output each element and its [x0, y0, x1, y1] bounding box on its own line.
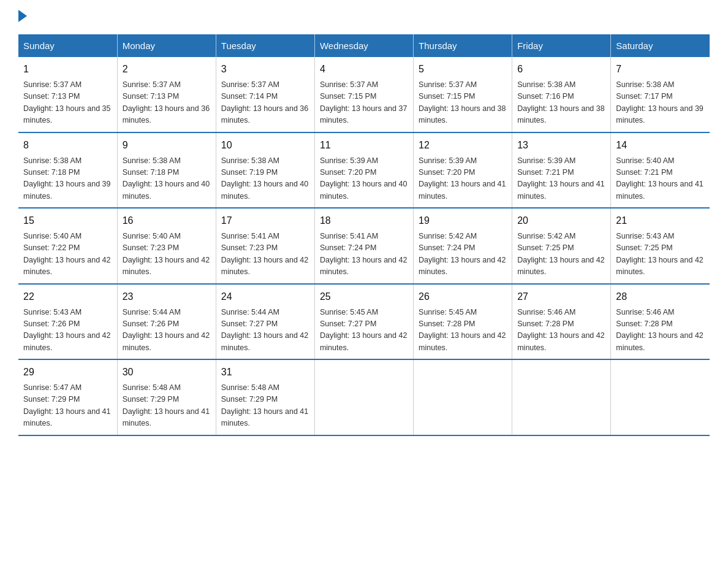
day-number: 6: [517, 62, 605, 77]
header-cell-tuesday: Tuesday: [216, 34, 314, 57]
calendar-cell: 11Sunrise: 5:39 AMSunset: 7:20 PMDayligh…: [314, 132, 413, 209]
calendar-cell: 16Sunrise: 5:40 AMSunset: 7:23 PMDayligh…: [117, 208, 216, 284]
day-info: Sunrise: 5:47 AMSunset: 7:29 PMDaylight:…: [23, 382, 112, 430]
day-number: 1: [23, 62, 112, 77]
calendar-week-row: 29Sunrise: 5:47 AMSunset: 7:29 PMDayligh…: [18, 359, 710, 435]
header-row: SundayMondayTuesdayWednesdayThursdayFrid…: [18, 34, 710, 57]
day-number: 7: [616, 62, 705, 77]
logo: [18, 12, 27, 22]
day-info: Sunrise: 5:40 AMSunset: 7:22 PMDaylight:…: [23, 231, 112, 278]
day-info: Sunrise: 5:38 AMSunset: 7:16 PMDaylight:…: [517, 79, 605, 127]
day-info: Sunrise: 5:37 AMSunset: 7:13 PMDaylight:…: [123, 79, 211, 127]
page-header: [18, 12, 710, 22]
day-number: 25: [320, 289, 408, 304]
day-info: Sunrise: 5:40 AMSunset: 7:21 PMDaylight:…: [616, 155, 705, 203]
day-info: Sunrise: 5:42 AMSunset: 7:25 PMDaylight:…: [517, 231, 605, 278]
day-number: 13: [517, 138, 605, 153]
calendar-body: 1Sunrise: 5:37 AMSunset: 7:13 PMDaylight…: [18, 57, 710, 435]
calendar-cell: 29Sunrise: 5:47 AMSunset: 7:29 PMDayligh…: [18, 359, 117, 435]
calendar-table: SundayMondayTuesdayWednesdayThursdayFrid…: [18, 34, 710, 436]
day-info: Sunrise: 5:38 AMSunset: 7:18 PMDaylight:…: [123, 155, 211, 203]
day-number: 4: [320, 62, 408, 77]
logo-arrow-icon: [18, 10, 27, 22]
header-cell-saturday: Saturday: [611, 34, 710, 57]
day-info: Sunrise: 5:45 AMSunset: 7:28 PMDaylight:…: [419, 307, 507, 354]
calendar-cell: 25Sunrise: 5:45 AMSunset: 7:27 PMDayligh…: [314, 284, 413, 360]
day-info: Sunrise: 5:39 AMSunset: 7:21 PMDaylight:…: [517, 155, 605, 203]
day-number: 17: [221, 213, 309, 228]
calendar-cell: 2Sunrise: 5:37 AMSunset: 7:13 PMDaylight…: [117, 57, 216, 132]
day-info: Sunrise: 5:41 AMSunset: 7:23 PMDaylight:…: [221, 231, 309, 278]
day-number: 10: [221, 138, 309, 153]
calendar-week-row: 15Sunrise: 5:40 AMSunset: 7:22 PMDayligh…: [18, 208, 710, 284]
header-cell-sunday: Sunday: [18, 34, 117, 57]
day-info: Sunrise: 5:37 AMSunset: 7:15 PMDaylight:…: [419, 79, 507, 127]
calendar-cell: 21Sunrise: 5:43 AMSunset: 7:25 PMDayligh…: [611, 208, 710, 284]
day-info: Sunrise: 5:43 AMSunset: 7:25 PMDaylight:…: [616, 231, 705, 278]
day-info: Sunrise: 5:41 AMSunset: 7:24 PMDaylight:…: [320, 231, 408, 278]
calendar-cell: 6Sunrise: 5:38 AMSunset: 7:16 PMDaylight…: [512, 57, 611, 132]
day-info: Sunrise: 5:45 AMSunset: 7:27 PMDaylight:…: [320, 307, 408, 354]
calendar-cell: [414, 359, 512, 435]
day-number: 2: [123, 62, 211, 77]
calendar-cell: 27Sunrise: 5:46 AMSunset: 7:28 PMDayligh…: [512, 284, 611, 360]
day-info: Sunrise: 5:44 AMSunset: 7:27 PMDaylight:…: [221, 307, 309, 354]
day-number: 14: [616, 138, 705, 153]
day-info: Sunrise: 5:48 AMSunset: 7:29 PMDaylight:…: [221, 382, 309, 430]
calendar-cell: 28Sunrise: 5:46 AMSunset: 7:28 PMDayligh…: [611, 284, 710, 360]
day-info: Sunrise: 5:39 AMSunset: 7:20 PMDaylight:…: [320, 155, 408, 203]
calendar-cell: 17Sunrise: 5:41 AMSunset: 7:23 PMDayligh…: [216, 208, 314, 284]
calendar-cell: [512, 359, 611, 435]
header-cell-wednesday: Wednesday: [314, 34, 413, 57]
day-number: 26: [419, 289, 507, 304]
day-number: 8: [23, 138, 112, 153]
day-info: Sunrise: 5:38 AMSunset: 7:19 PMDaylight:…: [221, 155, 309, 203]
day-number: 3: [221, 62, 309, 77]
day-number: 12: [419, 138, 507, 153]
day-number: 24: [221, 289, 309, 304]
calendar-cell: 30Sunrise: 5:48 AMSunset: 7:29 PMDayligh…: [117, 359, 216, 435]
calendar-cell: 20Sunrise: 5:42 AMSunset: 7:25 PMDayligh…: [512, 208, 611, 284]
calendar-cell: 1Sunrise: 5:37 AMSunset: 7:13 PMDaylight…: [18, 57, 117, 132]
day-number: 23: [123, 289, 211, 304]
calendar-cell: 31Sunrise: 5:48 AMSunset: 7:29 PMDayligh…: [216, 359, 314, 435]
day-number: 16: [123, 213, 211, 228]
day-number: 31: [221, 365, 309, 380]
day-info: Sunrise: 5:43 AMSunset: 7:26 PMDaylight:…: [23, 307, 112, 354]
calendar-cell: 19Sunrise: 5:42 AMSunset: 7:24 PMDayligh…: [414, 208, 512, 284]
calendar-cell: 24Sunrise: 5:44 AMSunset: 7:27 PMDayligh…: [216, 284, 314, 360]
calendar-cell: 9Sunrise: 5:38 AMSunset: 7:18 PMDaylight…: [117, 132, 216, 209]
calendar-cell: 23Sunrise: 5:44 AMSunset: 7:26 PMDayligh…: [117, 284, 216, 360]
day-info: Sunrise: 5:40 AMSunset: 7:23 PMDaylight:…: [123, 231, 211, 278]
day-info: Sunrise: 5:37 AMSunset: 7:14 PMDaylight:…: [221, 79, 309, 127]
day-number: 21: [616, 213, 705, 228]
day-number: 27: [517, 289, 605, 304]
calendar-cell: 8Sunrise: 5:38 AMSunset: 7:18 PMDaylight…: [18, 132, 117, 209]
calendar-cell: 12Sunrise: 5:39 AMSunset: 7:20 PMDayligh…: [414, 132, 512, 209]
day-number: 28: [616, 289, 705, 304]
day-number: 29: [23, 365, 112, 380]
day-number: 11: [320, 138, 408, 153]
day-info: Sunrise: 5:37 AMSunset: 7:15 PMDaylight:…: [320, 79, 408, 127]
calendar-week-row: 8Sunrise: 5:38 AMSunset: 7:18 PMDaylight…: [18, 132, 710, 209]
day-number: 20: [517, 213, 605, 228]
calendar-cell: 15Sunrise: 5:40 AMSunset: 7:22 PMDayligh…: [18, 208, 117, 284]
day-info: Sunrise: 5:42 AMSunset: 7:24 PMDaylight:…: [419, 231, 507, 278]
calendar-cell: [314, 359, 413, 435]
day-info: Sunrise: 5:46 AMSunset: 7:28 PMDaylight:…: [517, 307, 605, 354]
day-info: Sunrise: 5:38 AMSunset: 7:18 PMDaylight:…: [23, 155, 112, 203]
day-info: Sunrise: 5:38 AMSunset: 7:17 PMDaylight:…: [616, 79, 705, 127]
day-number: 15: [23, 213, 112, 228]
calendar-cell: 4Sunrise: 5:37 AMSunset: 7:15 PMDaylight…: [314, 57, 413, 132]
calendar-cell: 26Sunrise: 5:45 AMSunset: 7:28 PMDayligh…: [414, 284, 512, 360]
header-cell-friday: Friday: [512, 34, 611, 57]
calendar-header: SundayMondayTuesdayWednesdayThursdayFrid…: [18, 34, 710, 57]
day-info: Sunrise: 5:48 AMSunset: 7:29 PMDaylight:…: [123, 382, 211, 430]
day-info: Sunrise: 5:46 AMSunset: 7:28 PMDaylight:…: [616, 307, 705, 354]
calendar-cell: [611, 359, 710, 435]
calendar-cell: 18Sunrise: 5:41 AMSunset: 7:24 PMDayligh…: [314, 208, 413, 284]
calendar-cell: 13Sunrise: 5:39 AMSunset: 7:21 PMDayligh…: [512, 132, 611, 209]
day-info: Sunrise: 5:44 AMSunset: 7:26 PMDaylight:…: [123, 307, 211, 354]
day-info: Sunrise: 5:39 AMSunset: 7:20 PMDaylight:…: [419, 155, 507, 203]
header-cell-thursday: Thursday: [414, 34, 512, 57]
